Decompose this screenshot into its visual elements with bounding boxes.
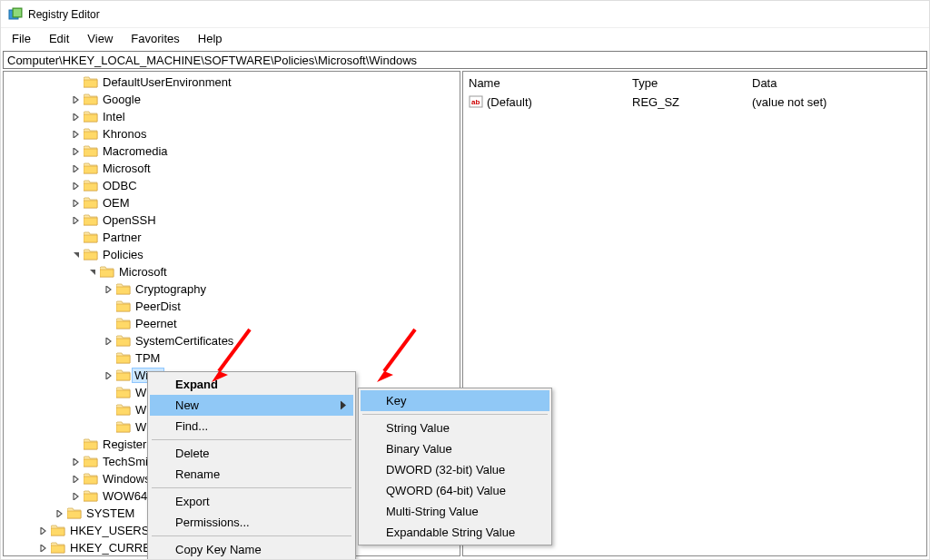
chevron-down-icon[interactable]	[71, 250, 82, 260]
menu-item-export[interactable]: Export	[150, 491, 353, 512]
menu-item-expandable-string-value[interactable]: Expandable String Value	[361, 522, 549, 543]
chevron-right-icon[interactable]	[71, 491, 82, 502]
menu-item-rename[interactable]: Rename	[150, 464, 353, 485]
chevron-right-icon[interactable]	[71, 474, 82, 485]
menu-separator	[152, 487, 351, 488]
tree-node[interactable]: Partner	[4, 229, 460, 246]
menu-help[interactable]: Help	[191, 30, 230, 47]
tree-label: Windows	[103, 472, 151, 486]
chevron-right-icon[interactable]	[104, 370, 114, 381]
tree-label: TPM	[135, 351, 160, 365]
menu-item-new[interactable]: New	[150, 395, 353, 416]
folder-icon	[84, 128, 98, 140]
tree-label: Microsoft	[103, 162, 151, 175]
expander-none	[71, 439, 82, 450]
context-menu: ExpandNewFind...DeleteRenameExportPermis…	[147, 371, 356, 560]
tree-label: PeerDist	[135, 300, 181, 313]
menu-item-qword-64-bit-value[interactable]: QWORD (64-bit) Value	[361, 480, 549, 501]
menu-item-delete[interactable]: Delete	[150, 443, 353, 464]
tree-node[interactable]: ODBC	[4, 177, 460, 194]
tree-label: Policies	[103, 248, 143, 261]
tree-node[interactable]: Google	[4, 91, 460, 108]
chevron-right-icon[interactable]	[71, 112, 82, 123]
address-bar[interactable]: Computer\HKEY_LOCAL_MACHINE\SOFTWARE\Pol…	[3, 51, 927, 69]
chevron-right-icon[interactable]	[38, 526, 49, 536]
tree-node[interactable]: Khronos	[4, 125, 460, 142]
tree-node[interactable]: PeerDist	[4, 298, 460, 315]
chevron-right-icon[interactable]	[71, 215, 82, 226]
menu-item-binary-value[interactable]: Binary Value	[361, 438, 549, 459]
menu-item-permissions[interactable]: Permissions...	[150, 512, 353, 533]
submenu-arrow-icon	[341, 398, 346, 412]
chevron-right-icon[interactable]	[71, 181, 82, 192]
folder-icon	[84, 214, 98, 226]
menu-file[interactable]: File	[5, 30, 38, 47]
folder-icon	[116, 387, 131, 398]
chevron-right-icon[interactable]	[71, 146, 82, 157]
menu-item-expand[interactable]: Expand	[150, 374, 353, 395]
tree-label: Cryptography	[135, 282, 206, 296]
tree-node[interactable]: Policies	[4, 246, 460, 263]
window-title: Registry Editor	[28, 8, 100, 21]
menu-item-string-value[interactable]: String Value	[361, 418, 549, 438]
tree-label: HKEY_USERS	[70, 524, 149, 537]
menu-item-copy-key-name[interactable]: Copy Key Name	[150, 539, 353, 560]
folder-icon	[84, 197, 98, 209]
menu-favorites[interactable]: Favorites	[124, 30, 186, 47]
list-row[interactable]: ab(Default)REG_SZ(value not set)	[463, 93, 926, 110]
chevron-down-icon[interactable]	[87, 267, 98, 278]
tree-label: OpenSSH	[103, 213, 156, 227]
menu-item-multi-string-value[interactable]: Multi-String Value	[361, 501, 549, 522]
chevron-right-icon[interactable]	[71, 163, 82, 174]
tree-node[interactable]: Microsoft	[4, 160, 460, 177]
tree-label: Khronos	[103, 127, 146, 141]
chevron-right-icon[interactable]	[104, 336, 114, 347]
menu-item-key[interactable]: Key	[361, 390, 549, 411]
menu-view[interactable]: View	[80, 30, 120, 47]
tree-label: Macromedia	[103, 144, 168, 158]
expander-none	[104, 405, 114, 416]
col-header-type[interactable]: Type	[627, 74, 747, 93]
string-value-icon: ab	[469, 94, 483, 109]
menu-edit[interactable]: Edit	[42, 30, 76, 47]
tree-node[interactable]: SystemCertificates	[4, 332, 460, 349]
folder-icon	[116, 404, 131, 416]
tree-node[interactable]: OpenSSH	[4, 211, 460, 229]
context-submenu-new: KeyString ValueBinary ValueDWORD (32-bit…	[358, 388, 552, 545]
expander-none	[104, 388, 114, 398]
menu-separator	[152, 535, 351, 536]
chevron-right-icon[interactable]	[71, 457, 82, 467]
chevron-right-icon[interactable]	[71, 129, 82, 140]
tree-node[interactable]: TPM	[4, 349, 460, 367]
value-name: (Default)	[487, 95, 532, 109]
col-header-name[interactable]: Name	[463, 74, 627, 93]
tree-node[interactable]: Macromedia	[4, 142, 460, 160]
tree-label: ODBC	[103, 179, 137, 192]
menu-item-find[interactable]: Find...	[150, 416, 353, 437]
folder-icon	[84, 145, 98, 157]
folder-icon	[84, 231, 98, 243]
chevron-right-icon[interactable]	[38, 543, 49, 554]
expander-none	[104, 422, 114, 433]
tree-node[interactable]: Cryptography	[4, 280, 460, 298]
menu-item-dword-32-bit-value[interactable]: DWORD (32-bit) Value	[361, 459, 549, 480]
tree-label: Partner	[103, 231, 142, 244]
folder-icon	[100, 266, 114, 278]
folder-icon	[84, 76, 98, 88]
chevron-right-icon[interactable]	[54, 508, 65, 519]
folder-icon	[116, 352, 131, 364]
folder-icon	[84, 490, 98, 502]
tree-node[interactable]: Intel	[4, 108, 460, 125]
chevron-right-icon[interactable]	[71, 94, 82, 105]
expander-none	[71, 232, 82, 243]
tree-node[interactable]: Microsoft	[4, 263, 460, 280]
tree-node[interactable]: DefaultUserEnvironment	[4, 74, 460, 91]
tree-node[interactable]: OEM	[4, 194, 460, 211]
chevron-right-icon[interactable]	[71, 198, 82, 209]
chevron-right-icon[interactable]	[104, 284, 114, 295]
tree-node[interactable]: Peernet	[4, 315, 460, 332]
folder-icon	[51, 542, 65, 554]
col-header-data[interactable]: Data	[747, 74, 926, 93]
regedit-icon	[8, 7, 23, 22]
tree-label: Microsoft	[119, 265, 167, 279]
